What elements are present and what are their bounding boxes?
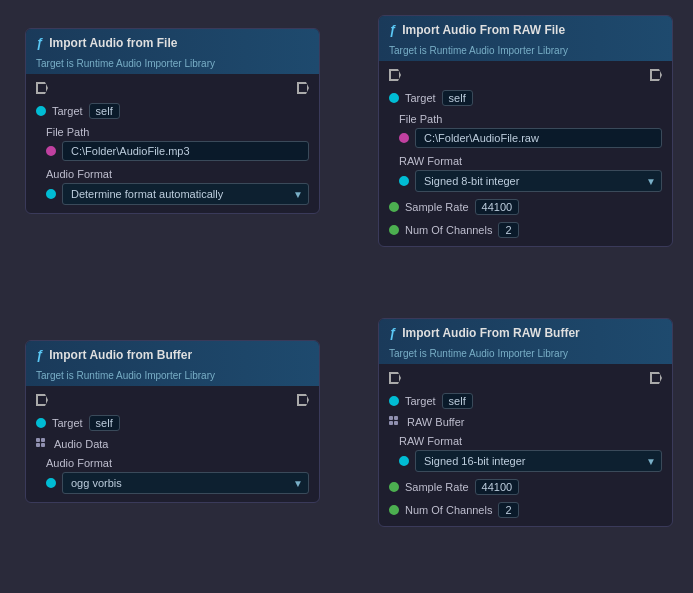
target-row-import-raw-file: Target self xyxy=(389,90,662,106)
sample-rate-pin-raw-file xyxy=(389,202,399,212)
node-subtitle-import-raw-buffer: Target is Runtime Audio Importer Library xyxy=(379,346,672,364)
raw-buffer-row: RAW Buffer xyxy=(389,416,662,428)
node-import-audio-file: ƒ Import Audio from File Target is Runti… xyxy=(25,28,320,214)
file-path-pin-row-raw xyxy=(399,128,662,148)
function-icon-buffer: ƒ xyxy=(36,347,43,362)
exec-pin-out-import-buffer xyxy=(297,394,309,406)
node-title-import-raw-file: Import Audio From RAW File xyxy=(402,23,565,37)
file-path-label-raw-file: File Path xyxy=(399,113,662,125)
target-row-import-raw-buffer: Target self xyxy=(389,393,662,409)
target-pin-import-raw-buffer xyxy=(389,396,399,406)
raw-format-group-buffer: RAW Format Signed 8-bit integer Signed 1… xyxy=(389,435,662,472)
target-value-import-raw-buffer: self xyxy=(442,393,473,409)
num-channels-value-raw-buffer: 2 xyxy=(498,502,518,518)
node-body-import-buffer: Target self Audio Data Audio Format xyxy=(26,386,319,502)
num-channels-row-raw-buffer: Num Of Channels 2 xyxy=(389,502,662,518)
target-pin-import-buffer xyxy=(36,418,46,428)
file-path-input-import-file[interactable] xyxy=(62,141,309,161)
num-channels-value-raw-file: 2 xyxy=(498,222,518,238)
raw-format-label: RAW Format xyxy=(399,155,662,167)
target-label-import-file: Target xyxy=(52,105,83,117)
node-header-import-raw-buffer: ƒ Import Audio From RAW Buffer xyxy=(379,319,672,346)
exec-row-import-raw-buffer xyxy=(389,372,662,384)
node-header-import-buffer: ƒ Import Audio from Buffer xyxy=(26,341,319,368)
raw-format-select-wrapper: Signed 8-bit integer Signed 16-bit integ… xyxy=(415,170,662,192)
target-value-import-file: self xyxy=(89,103,120,119)
audio-data-label: Audio Data xyxy=(54,438,108,450)
sample-rate-label-raw-file: Sample Rate xyxy=(405,201,469,213)
node-body-import-file: Target self File Path Audio Format Deter… xyxy=(26,74,319,213)
raw-format-pin-row-buffer: Signed 8-bit integer Signed 16-bit integ… xyxy=(399,450,662,472)
file-path-input-raw-file[interactable] xyxy=(415,128,662,148)
raw-buffer-label: RAW Buffer xyxy=(407,416,464,428)
sample-rate-row-raw-file: Sample Rate 44100 xyxy=(389,199,662,215)
target-label-import-buffer: Target xyxy=(52,417,83,429)
sample-rate-row-raw-buffer: Sample Rate 44100 xyxy=(389,479,662,495)
file-path-label-import-file: File Path xyxy=(46,126,309,138)
audio-format-label-buffer: Audio Format xyxy=(46,457,309,469)
node-body-import-raw-buffer: Target self RAW Buffer RAW Format xyxy=(379,364,672,526)
target-row-import-buffer: Target self xyxy=(36,415,309,431)
function-icon-raw-file: ƒ xyxy=(389,22,396,37)
file-path-pin-import-file xyxy=(46,146,56,156)
exec-row-import-buffer xyxy=(36,394,309,406)
exec-pin-out-import-raw-buffer xyxy=(650,372,662,384)
function-icon: ƒ xyxy=(36,35,43,50)
audio-format-select-buffer[interactable]: Determine format automatically MP3 WAV o… xyxy=(62,472,309,494)
function-icon-raw-buffer: ƒ xyxy=(389,325,396,340)
num-channels-row-raw-file: Num Of Channels 2 xyxy=(389,222,662,238)
node-subtitle-import-buffer: Target is Runtime Audio Importer Library xyxy=(26,368,319,386)
target-row-import-file: Target self xyxy=(36,103,309,119)
file-path-pin-raw-file xyxy=(399,133,409,143)
exec-pin-out-import-file xyxy=(297,82,309,94)
exec-pin-in-import-raw-buffer xyxy=(389,372,401,384)
raw-format-select[interactable]: Signed 8-bit integer Signed 16-bit integ… xyxy=(415,170,662,192)
audio-format-select-import-file[interactable]: Determine format automatically MP3 WAV O… xyxy=(62,183,309,205)
sample-rate-pin-raw-buffer xyxy=(389,482,399,492)
node-body-import-raw-file: Target self File Path RAW Format Signed … xyxy=(379,61,672,246)
num-channels-pin-raw-file xyxy=(389,225,399,235)
exec-pin-in-import-file xyxy=(36,82,48,94)
exec-pin-in-import-raw-file xyxy=(389,69,401,81)
node-canvas: ƒ Import Audio from File Target is Runti… xyxy=(0,0,693,593)
num-channels-pin-raw-buffer xyxy=(389,505,399,515)
file-path-pin-row xyxy=(46,141,309,161)
audio-format-pin-row-buffer: Determine format automatically MP3 WAV o… xyxy=(46,472,309,494)
node-header-import-file: ƒ Import Audio from File xyxy=(26,29,319,56)
node-import-audio-buffer: ƒ Import Audio from Buffer Target is Run… xyxy=(25,340,320,503)
exec-row-import-file xyxy=(36,82,309,94)
audio-format-select-wrapper: Determine format automatically MP3 WAV O… xyxy=(62,183,309,205)
num-channels-label-raw-buffer: Num Of Channels xyxy=(405,504,492,516)
target-value-import-buffer: self xyxy=(89,415,120,431)
raw-buffer-pin xyxy=(389,416,401,428)
node-title-import-raw-buffer: Import Audio From RAW Buffer xyxy=(402,326,580,340)
raw-format-pin xyxy=(399,176,409,186)
target-label-import-raw-file: Target xyxy=(405,92,436,104)
file-path-group-raw-file: File Path xyxy=(389,113,662,148)
audio-format-pin-row: Determine format automatically MP3 WAV O… xyxy=(46,183,309,205)
audio-format-label-import-file: Audio Format xyxy=(46,168,309,180)
audio-format-group-buffer: Audio Format Determine format automatica… xyxy=(36,457,309,494)
sample-rate-label-raw-buffer: Sample Rate xyxy=(405,481,469,493)
node-header-import-raw-file: ƒ Import Audio From RAW File xyxy=(379,16,672,43)
node-import-audio-raw-buffer: ƒ Import Audio From RAW Buffer Target is… xyxy=(378,318,673,527)
audio-format-pin-import-file xyxy=(46,189,56,199)
raw-format-select-buffer[interactable]: Signed 8-bit integer Signed 16-bit integ… xyxy=(415,450,662,472)
sample-rate-value-raw-buffer: 44100 xyxy=(475,479,520,495)
audio-format-pin-buffer xyxy=(46,478,56,488)
target-pin-import-raw-file xyxy=(389,93,399,103)
target-value-import-raw-file: self xyxy=(442,90,473,106)
audio-data-row: Audio Data xyxy=(36,438,309,450)
audio-format-group-import-file: Audio Format Determine format automatica… xyxy=(36,168,309,205)
exec-pin-out-import-raw-file xyxy=(650,69,662,81)
node-import-audio-raw-file: ƒ Import Audio From RAW File Target is R… xyxy=(378,15,673,247)
audio-data-pin xyxy=(36,438,48,450)
raw-format-pin-buffer xyxy=(399,456,409,466)
target-label-import-raw-buffer: Target xyxy=(405,395,436,407)
sample-rate-value-raw-file: 44100 xyxy=(475,199,520,215)
exec-pin-in-import-buffer xyxy=(36,394,48,406)
node-subtitle-import-file: Target is Runtime Audio Importer Library xyxy=(26,56,319,74)
num-channels-label-raw-file: Num Of Channels xyxy=(405,224,492,236)
node-title-import-buffer: Import Audio from Buffer xyxy=(49,348,192,362)
raw-format-pin-row: Signed 8-bit integer Signed 16-bit integ… xyxy=(399,170,662,192)
